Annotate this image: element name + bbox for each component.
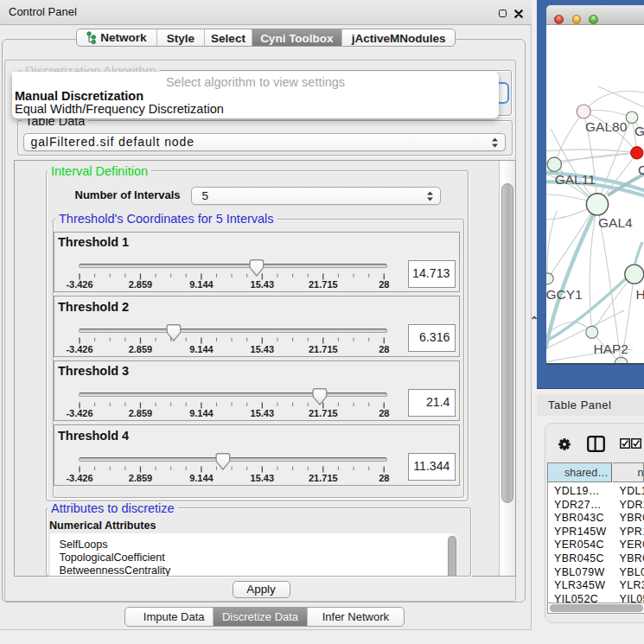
svg-text:GCY1: GCY1	[546, 287, 583, 302]
svg-text:GAL4: GAL4	[598, 215, 633, 230]
svg-text:HAP2: HAP2	[594, 341, 629, 356]
svg-text:CD: CD	[638, 163, 644, 177]
svg-text:GAL11: GAL11	[555, 172, 596, 187]
svg-text:GAL80: GAL80	[585, 119, 628, 134]
svg-text:H: H	[636, 287, 644, 302]
svg-text:G.: G.	[634, 124, 644, 138]
